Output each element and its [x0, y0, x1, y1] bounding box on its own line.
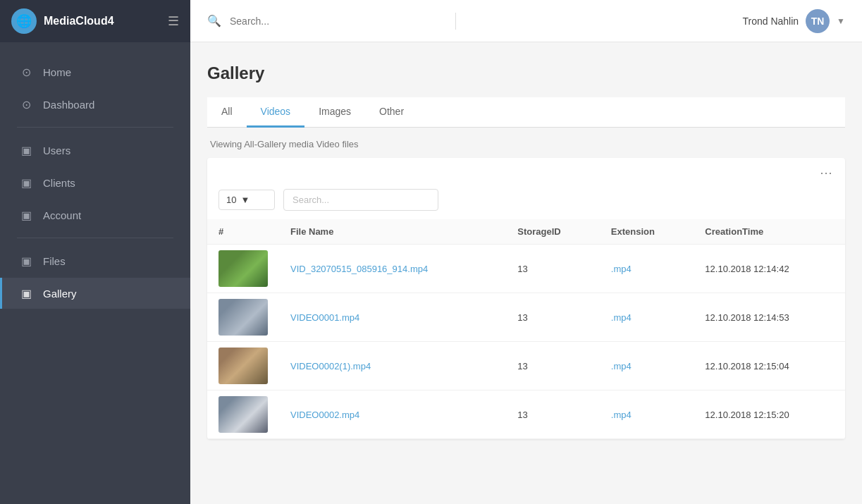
- col-storageid: StorageID: [506, 219, 600, 245]
- sidebar-item-label: Gallery: [43, 288, 77, 300]
- cell-thumb: [207, 245, 279, 293]
- per-page-select[interactable]: 10 ▼: [218, 190, 275, 210]
- tab-videos[interactable]: Videos: [247, 97, 305, 128]
- cell-thumb: [207, 391, 279, 439]
- table-header: # File Name StorageID Extension Creation…: [207, 219, 845, 245]
- tabs-bar: All Videos Images Other: [207, 97, 845, 128]
- nav-divider-2: [17, 238, 173, 238]
- sidebar-item-dashboard[interactable]: ⊙ Dashboard: [0, 89, 190, 120]
- file-link[interactable]: VIDEO0002(1).mp4: [290, 361, 371, 371]
- extension-link[interactable]: .mp4: [611, 312, 632, 323]
- cell-extension: .mp4: [600, 391, 694, 439]
- tab-images[interactable]: Images: [304, 97, 365, 128]
- col-thumb: #: [207, 219, 279, 245]
- sidebar-item-files[interactable]: ▣ Files: [0, 245, 190, 276]
- table-toolbar: ⋯: [207, 158, 845, 185]
- topbar-divider: [455, 13, 456, 30]
- sidebar-item-label: Home: [43, 66, 71, 78]
- table-row: VIDEO0002(1).mp4 13 .mp4 12.10.2018 12:1…: [207, 342, 845, 391]
- main: 🔍 Trond Nahlin TN ▼ Gallery All Videos I…: [190, 0, 862, 504]
- cell-thumb: [207, 293, 279, 342]
- cell-creationtime: 12.10.2018 12:14:42: [694, 245, 845, 293]
- cell-creationtime: 12.10.2018 12:15:20: [694, 391, 845, 439]
- sidebar-item-label: Files: [43, 255, 66, 267]
- extension-link[interactable]: .mp4: [611, 361, 632, 371]
- sidebar-item-label: Users: [43, 145, 70, 156]
- cell-filename: VIDEO0002(1).mp4: [279, 342, 506, 391]
- cell-extension: .mp4: [600, 342, 694, 391]
- chevron-down-icon: ▼: [837, 16, 845, 26]
- per-page-value: 10: [226, 195, 236, 205]
- tab-all[interactable]: All: [207, 97, 247, 128]
- cell-filename: VIDEO0001.mp4: [279, 293, 506, 342]
- table-search-input[interactable]: [283, 189, 438, 211]
- cell-filename: VIDEO0002.mp4: [279, 391, 506, 439]
- thumbnail: [218, 250, 268, 287]
- cell-extension: .mp4: [600, 245, 694, 293]
- user-menu[interactable]: Trond Nahlin TN ▼: [742, 9, 845, 33]
- table-row: VIDEO0002.mp4 13 .mp4 12.10.2018 12:15:2…: [207, 391, 845, 439]
- table-body: VID_32070515_085916_914.mp4 13 .mp4 12.1…: [207, 245, 845, 439]
- hamburger-icon[interactable]: ☰: [168, 13, 179, 29]
- table-row: VIDEO0001.mp4 13 .mp4 12.10.2018 12:14:5…: [207, 293, 845, 342]
- home-icon: ⊙: [19, 65, 33, 79]
- gallery-icon: ▣: [19, 286, 33, 300]
- thumbnail: [218, 396, 268, 433]
- table-row: VID_32070515_085916_914.mp4 13 .mp4 12.1…: [207, 245, 845, 293]
- topbar: 🔍 Trond Nahlin TN ▼: [190, 0, 862, 42]
- sidebar-header: 🌐 MediaCloud4 ☰: [0, 0, 190, 42]
- col-extension: Extension: [600, 219, 694, 245]
- status-text: Viewing All-Gallery media Video files: [207, 139, 845, 149]
- sidebar-item-label: Dashboard: [43, 99, 94, 111]
- brand: 🌐 MediaCloud4: [11, 8, 114, 34]
- clients-icon: ▣: [19, 176, 33, 190]
- cell-extension: .mp4: [600, 293, 694, 342]
- col-filename: File Name: [279, 219, 506, 245]
- users-icon: ▣: [19, 143, 33, 157]
- cell-storageid: 13: [506, 342, 600, 391]
- cell-creationtime: 12.10.2018 12:14:53: [694, 293, 845, 342]
- cell-thumb: [207, 342, 279, 391]
- thumbnail: [218, 348, 268, 384]
- cell-storageid: 13: [506, 293, 600, 342]
- sidebar: 🌐 MediaCloud4 ☰ ⊙ Home ⊙ Dashboard ▣ Use…: [0, 0, 190, 504]
- cell-filename: VID_32070515_085916_914.mp4: [279, 245, 506, 293]
- content: Gallery All Videos Images Other Viewing …: [190, 42, 862, 504]
- brand-icon: 🌐: [11, 8, 37, 34]
- sidebar-item-gallery[interactable]: ▣ Gallery: [0, 278, 190, 309]
- table-controls: 10 ▼: [207, 185, 845, 219]
- brand-title: MediaCloud4: [44, 15, 114, 27]
- files-table: # File Name StorageID Extension Creation…: [207, 219, 845, 439]
- extension-link[interactable]: .mp4: [611, 264, 632, 274]
- account-icon: ▣: [19, 208, 33, 222]
- thumbnail: [218, 299, 268, 336]
- per-page-chevron-icon: ▼: [240, 195, 250, 205]
- sidebar-item-home[interactable]: ⊙ Home: [0, 56, 190, 87]
- cell-storageid: 13: [506, 391, 600, 439]
- cell-storageid: 13: [506, 245, 600, 293]
- tab-other[interactable]: Other: [365, 97, 418, 128]
- sidebar-item-label: Clients: [43, 177, 75, 189]
- nav-divider: [17, 127, 173, 128]
- search-input[interactable]: [230, 16, 441, 27]
- file-link[interactable]: VID_32070515_085916_914.mp4: [290, 264, 428, 274]
- sidebar-nav: ⊙ Home ⊙ Dashboard ▣ Users ▣ Clients ▣ A…: [0, 42, 190, 323]
- avatar: TN: [806, 9, 830, 33]
- search-icon: 🔍: [207, 14, 221, 27]
- sidebar-item-label: Account: [43, 209, 81, 221]
- file-link[interactable]: VIDEO0002.mp4: [290, 410, 359, 420]
- cell-creationtime: 12.10.2018 12:15:04: [694, 342, 845, 391]
- page-title: Gallery: [207, 63, 845, 83]
- username-label: Trond Nahlin: [742, 16, 799, 27]
- sidebar-item-users[interactable]: ▣ Users: [0, 135, 190, 166]
- files-icon: ▣: [19, 254, 33, 268]
- file-link[interactable]: VIDEO0001.mp4: [290, 312, 359, 323]
- dashboard-icon: ⊙: [19, 97, 33, 111]
- table-card: ⋯ 10 ▼ # File Name StorageID Extension C…: [207, 158, 845, 439]
- sidebar-item-account[interactable]: ▣ Account: [0, 199, 190, 231]
- sidebar-item-clients[interactable]: ▣ Clients: [0, 167, 190, 198]
- extension-link[interactable]: .mp4: [611, 410, 632, 420]
- more-options-icon[interactable]: ⋯: [820, 165, 834, 180]
- col-creationtime: CreationTime: [694, 219, 845, 245]
